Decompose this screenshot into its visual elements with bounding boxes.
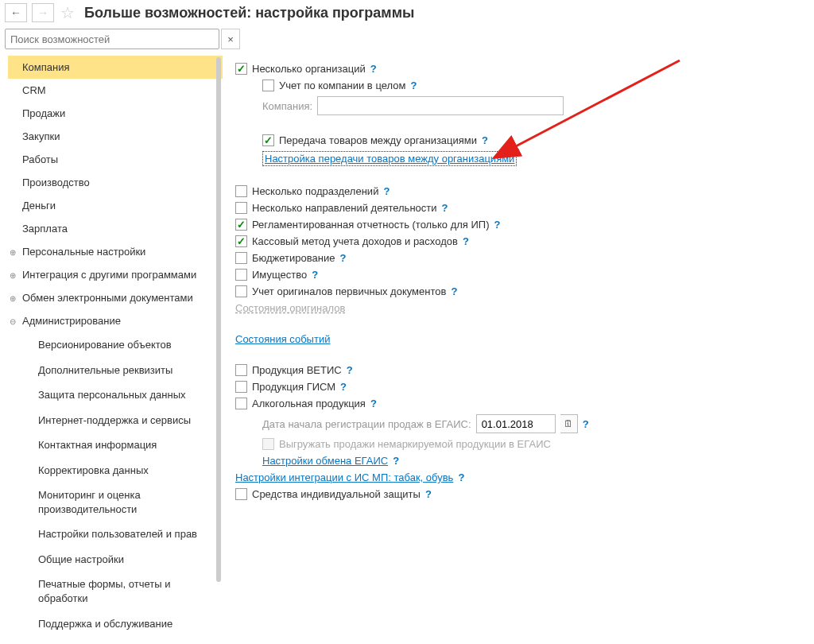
sidebar-subitem-extra-props[interactable]: Дополнительные реквизиты xyxy=(8,358,223,383)
nav-back-button[interactable]: ← xyxy=(5,3,27,22)
checkbox-multiple-orgs[interactable] xyxy=(235,63,247,75)
label-vetis: Продукция ВЕТИС xyxy=(252,364,342,376)
checkbox-gism[interactable] xyxy=(235,381,247,393)
sidebar-subitem-general[interactable]: Общие настройки xyxy=(8,547,223,572)
sidebar-subitem-data-correction[interactable]: Корректировка данных xyxy=(8,458,223,483)
label-multiple-departments: Несколько подразделений xyxy=(252,185,378,197)
sidebar-item-company[interactable]: Компания xyxy=(8,56,223,79)
sidebar: Компания CRM Продажи Закупки Работы Прои… xyxy=(0,52,223,644)
help-icon[interactable]: ? xyxy=(340,381,347,393)
checkbox-originals-accounting[interactable] xyxy=(235,285,247,297)
checkbox-cash-method[interactable] xyxy=(235,235,247,247)
checkbox-alcohol[interactable] xyxy=(235,398,247,409)
label-transfer-goods: Передача товаров между организациями xyxy=(279,134,477,146)
label-multiple-activities: Несколько направлений деятельности xyxy=(252,202,437,214)
sidebar-item-personal-settings[interactable]: ⊕Персональные настройки xyxy=(8,240,223,263)
sidebar-subitem-print-forms[interactable]: Печатные формы, отчеты и обработки xyxy=(8,572,223,611)
sidebar-item-salary[interactable]: Зарплата xyxy=(8,217,223,240)
label-egais-date: Дата начала регистрации продаж в ЕГАИС: xyxy=(262,418,471,430)
link-is-mp[interactable]: Настройки интеграции с ИС МП: табак, обу… xyxy=(235,471,453,483)
help-icon[interactable]: ? xyxy=(458,471,464,483)
favorite-star-icon[interactable]: ☆ xyxy=(59,4,76,21)
help-icon[interactable]: ? xyxy=(339,252,346,264)
link-egais-settings[interactable]: Настройки обмена ЕГАИС xyxy=(262,455,388,467)
sidebar-subitem-contact-info[interactable]: Контактная информация xyxy=(8,433,223,458)
link-originals-states[interactable]: Состояния оригиналов xyxy=(235,302,345,314)
label-multiple-orgs: Несколько организаций xyxy=(252,63,366,75)
search-clear-button[interactable]: × xyxy=(221,29,240,49)
main-content: Несколько организаций ? Учет по компании… xyxy=(223,52,814,644)
label-gism: Продукция ГИСМ xyxy=(252,381,335,393)
page-title: Больше возможностей: настройка программы xyxy=(84,5,414,21)
sidebar-subitem-personal-data[interactable]: Защита персональных данных xyxy=(8,382,223,408)
help-icon[interactable]: ? xyxy=(410,80,417,91)
nav-forward-button[interactable]: → xyxy=(32,3,54,22)
label-egais-unmarked: Выгружать продажи немаркируемой продукци… xyxy=(279,438,551,450)
label-company-accounting: Учет по компании в целом xyxy=(279,80,405,91)
label-originals-accounting: Учет оригиналов первичных документов xyxy=(252,285,446,297)
checkbox-ppe[interactable] xyxy=(235,488,247,500)
sidebar-item-crm[interactable]: CRM xyxy=(8,79,223,102)
checkbox-property[interactable] xyxy=(235,269,247,281)
expand-plus-icon[interactable]: ⊕ xyxy=(8,247,17,257)
label-cash-method: Кассовый метод учета доходов и расходов xyxy=(252,235,458,247)
help-icon[interactable]: ? xyxy=(442,202,448,214)
help-icon[interactable]: ? xyxy=(347,364,353,376)
expand-minus-icon[interactable]: ⊖ xyxy=(8,316,17,326)
label-company: Компания: xyxy=(262,100,312,112)
label-budgeting: Бюджетирование xyxy=(252,252,335,264)
help-icon[interactable]: ? xyxy=(583,418,589,430)
sidebar-item-works[interactable]: Работы xyxy=(8,148,223,171)
sidebar-item-integration[interactable]: ⊕Интеграция с другими программами xyxy=(8,263,223,286)
sidebar-subitem-user-settings[interactable]: Настройки пользователей и прав xyxy=(8,522,223,547)
sidebar-subitem-support[interactable]: Поддержка и обслуживание xyxy=(8,611,223,637)
input-egais-date[interactable] xyxy=(476,414,556,433)
sidebar-subitem-internet-support[interactable]: Интернет-поддержка и сервисы xyxy=(8,408,223,433)
checkbox-budgeting[interactable] xyxy=(235,252,247,264)
sidebar-scrollbar[interactable] xyxy=(216,57,221,582)
link-events-states[interactable]: Состояния событий xyxy=(235,333,330,345)
search-input[interactable] xyxy=(5,29,219,49)
help-icon[interactable]: ? xyxy=(451,285,457,297)
help-icon[interactable]: ? xyxy=(463,235,469,247)
link-transfer-settings[interactable]: Настройка передачи товаров между организ… xyxy=(262,151,517,166)
sidebar-item-administration[interactable]: ⊖Администрирование xyxy=(8,309,223,332)
checkbox-regulated-reporting[interactable] xyxy=(235,219,247,231)
label-regulated-reporting: Регламентированная отчетность (только дл… xyxy=(252,219,489,231)
sidebar-item-sales[interactable]: Продажи xyxy=(8,102,223,125)
checkbox-multiple-activities[interactable] xyxy=(235,202,247,214)
help-icon[interactable]: ? xyxy=(383,185,390,197)
calendar-icon[interactable]: 🗓 xyxy=(560,414,578,433)
label-property: Имущество xyxy=(252,269,307,281)
expand-plus-icon[interactable]: ⊕ xyxy=(8,270,17,280)
help-icon[interactable]: ? xyxy=(312,269,318,281)
label-alcohol: Алкогольная продукция xyxy=(252,398,366,409)
help-icon[interactable]: ? xyxy=(370,63,377,75)
input-company[interactable] xyxy=(317,96,564,115)
expand-plus-icon[interactable]: ⊕ xyxy=(8,293,17,303)
help-icon[interactable]: ? xyxy=(482,134,488,146)
sidebar-item-money[interactable]: Деньги xyxy=(8,194,223,217)
help-icon[interactable]: ? xyxy=(370,398,377,409)
checkbox-vetis[interactable] xyxy=(235,364,247,376)
checkbox-transfer-goods[interactable] xyxy=(262,134,274,146)
help-icon[interactable]: ? xyxy=(425,488,432,500)
checkbox-egais-unmarked xyxy=(262,438,274,450)
sidebar-subitem-monitoring[interactable]: Мониторинг и оценка производительности xyxy=(8,483,223,522)
help-icon[interactable]: ? xyxy=(494,219,500,231)
sidebar-item-production[interactable]: Производство xyxy=(8,171,223,194)
sidebar-item-edocs[interactable]: ⊕Обмен электронными документами xyxy=(8,286,223,309)
sidebar-subitem-equipment[interactable]: Подключаемое оборудование xyxy=(8,636,223,642)
checkbox-multiple-departments[interactable] xyxy=(235,185,247,197)
label-ppe: Средства индивидуальной защиты xyxy=(252,488,421,500)
checkbox-company-accounting[interactable] xyxy=(262,80,274,91)
help-icon[interactable]: ? xyxy=(393,455,399,467)
sidebar-item-purchases[interactable]: Закупки xyxy=(8,125,223,148)
sidebar-subitem-versioning[interactable]: Версионирование объектов xyxy=(8,332,223,358)
